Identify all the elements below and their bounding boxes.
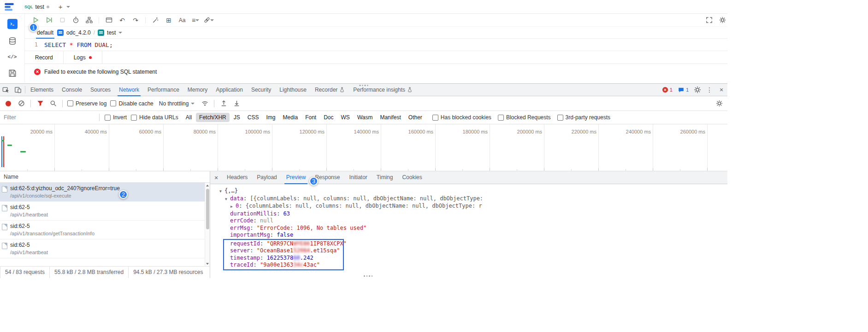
requests-name-header[interactable]: Name	[0, 171, 210, 183]
devtools-tab[interactable]: Lighthouse	[275, 84, 311, 96]
search-icon[interactable]	[48, 99, 58, 108]
devtools-tab-label: Recorder	[315, 84, 337, 96]
close-details-icon[interactable]: ×	[210, 171, 222, 184]
result-tab[interactable]: Logs	[64, 51, 102, 64]
preview-tree[interactable]: ▼{,…}▼data: [{columnLabels: null, column…	[210, 184, 727, 270]
filter-option-checkbox[interactable]	[557, 115, 563, 121]
hide-data-urls-checkbox[interactable]	[131, 115, 137, 121]
snippet-button[interactable]: ⊞	[164, 15, 174, 25]
network-conditions-icon[interactable]	[200, 99, 209, 108]
message-count-badge[interactable]: 1	[675, 87, 691, 93]
network-settings-icon[interactable]	[714, 99, 724, 108]
filter-type-pill[interactable]: Manifest	[377, 113, 404, 122]
network-request-row[interactable]: sid:62-5 /api/v1/transaction/getTransact…	[0, 221, 210, 239]
filter-type-pill[interactable]: Media	[279, 113, 301, 122]
sql-console-tab[interactable]: SQL test	[19, 0, 55, 13]
annotation-step-3: 3	[309, 177, 318, 186]
session-tab-default[interactable]: default	[36, 27, 54, 39]
details-tab[interactable]: Cookies	[397, 171, 426, 184]
undo-button[interactable]: ↶	[117, 15, 127, 25]
scripts-nav-icon[interactable]: </>	[8, 53, 17, 61]
error-count-badge[interactable]: ✕ 1	[660, 87, 675, 93]
link-options-button[interactable]	[204, 15, 214, 25]
devtools-tab[interactable]: Console	[58, 84, 86, 96]
invert-checkbox[interactable]	[105, 115, 111, 121]
bottom-resize-handle[interactable]	[364, 275, 372, 277]
details-tab[interactable]: Timing	[372, 171, 398, 184]
disable-cache-checkbox[interactable]	[110, 100, 116, 106]
filter-type-pill[interactable]: Other	[405, 113, 425, 122]
result-tab[interactable]: Record	[25, 51, 64, 64]
sql-console-nav-icon[interactable]	[7, 19, 18, 29]
sql-toolbar: ↶ ↷ ⊞ Aa ≡	[25, 14, 727, 27]
odc-settings-button[interactable]	[717, 15, 727, 25]
requests-scrollbar[interactable]	[205, 183, 210, 266]
session-bar: default odc_4.2.0 / test	[25, 27, 727, 39]
export-har-icon[interactable]	[232, 99, 241, 108]
filter-type-pill[interactable]: Fetch/XHR	[196, 113, 230, 122]
expand-panel-button[interactable]	[704, 15, 714, 25]
close-devtools-icon[interactable]: ×	[715, 84, 727, 96]
devtools-resize-handle[interactable]	[360, 85, 368, 86]
redo-button[interactable]: ↷	[130, 15, 141, 25]
filter-type-pill[interactable]: Doc	[320, 113, 337, 122]
device-toolbar-icon[interactable]	[12, 84, 24, 96]
throttling-dropdown[interactable]: No throttling	[157, 100, 197, 107]
filter-type-pill[interactable]: Font	[302, 113, 319, 122]
devtools-settings-icon[interactable]	[691, 84, 703, 96]
sql-editor[interactable]: 1 SELECT * FROM DUAL;	[25, 39, 727, 51]
filter-type-pill[interactable]: CSS	[244, 113, 262, 122]
import-har-icon[interactable]	[219, 99, 228, 108]
devtools-tab[interactable]: Application	[212, 84, 247, 96]
network-overview[interactable]: 20000 ms40000 ms60000 ms80000 ms100000 m…	[0, 124, 727, 171]
filter-type-pill[interactable]: Img	[263, 113, 278, 122]
run-selection-button[interactable]	[44, 15, 54, 25]
filter-option-checkbox[interactable]	[498, 115, 504, 121]
filter-type-pill[interactable]: JS	[230, 113, 243, 122]
database-name[interactable]: test	[107, 29, 116, 36]
network-request-row[interactable]: sid:62-5:d:yizhou_odc_240?ignoreError=tr…	[0, 183, 210, 202]
database-nav-icon[interactable]	[8, 37, 17, 45]
terminal-button[interactable]	[104, 15, 114, 25]
network-request-row[interactable]: sid:62-5 /api/v1/heartbeat	[0, 202, 210, 221]
text-options-button[interactable]: ≡	[190, 15, 201, 25]
timer-button[interactable]	[71, 15, 81, 25]
filter-type-pill[interactable]: WS	[338, 113, 353, 122]
scroll-down-icon[interactable]	[205, 261, 210, 266]
format-button[interactable]	[150, 15, 160, 25]
devtools-tab[interactable]: Recorder	[311, 84, 349, 96]
tab-list-chevron-icon[interactable]	[66, 6, 70, 10]
preserve-log-checkbox[interactable]	[67, 100, 73, 106]
details-tabs: HeadersPayloadPreviewResponseInitiatorTi…	[222, 171, 427, 184]
details-tab[interactable]: Initiator	[344, 171, 372, 184]
database-select-chevron-icon[interactable]	[118, 32, 122, 35]
line-number: 1	[25, 41, 44, 48]
devtools-tab[interactable]: Sources	[86, 84, 115, 96]
clear-network-log-icon[interactable]	[17, 99, 26, 108]
filter-funnel-icon[interactable]	[35, 99, 45, 108]
datasource-name[interactable]: odc_4.2.0	[66, 29, 91, 36]
scrollbar-thumb[interactable]	[206, 189, 209, 229]
filter-option-checkbox[interactable]	[432, 115, 438, 121]
new-tab-button[interactable]: +	[55, 3, 66, 11]
devtools-tab[interactable]: Network	[115, 84, 143, 96]
details-tab[interactable]: Payload	[252, 171, 281, 184]
scroll-up-icon[interactable]	[205, 183, 210, 188]
record-network-log-button[interactable]	[6, 101, 11, 106]
inspect-element-icon[interactable]	[0, 84, 12, 96]
save-nav-icon[interactable]	[8, 69, 17, 77]
devtools-tab[interactable]: Elements	[26, 84, 58, 96]
filter-type-pill[interactable]: All	[183, 113, 195, 122]
details-tab[interactable]: Headers	[222, 171, 252, 184]
execution-plan-button[interactable]	[84, 15, 94, 25]
more-options-icon[interactable]: ⋮	[703, 84, 715, 96]
devtools-tab[interactable]: Security	[247, 84, 275, 96]
filter-input[interactable]	[4, 114, 94, 121]
devtools-tab[interactable]: Performance	[143, 84, 183, 96]
case-toggle-button[interactable]: Aa	[177, 15, 187, 25]
filter-type-pill[interactable]: Wasm	[354, 113, 376, 122]
network-request-row[interactable]: sid:62-5 /api/v1/heartbeat	[0, 239, 210, 258]
details-tab[interactable]: Preview	[282, 171, 311, 184]
devtools-tab[interactable]: Memory	[183, 84, 212, 96]
stop-button[interactable]	[57, 15, 67, 25]
